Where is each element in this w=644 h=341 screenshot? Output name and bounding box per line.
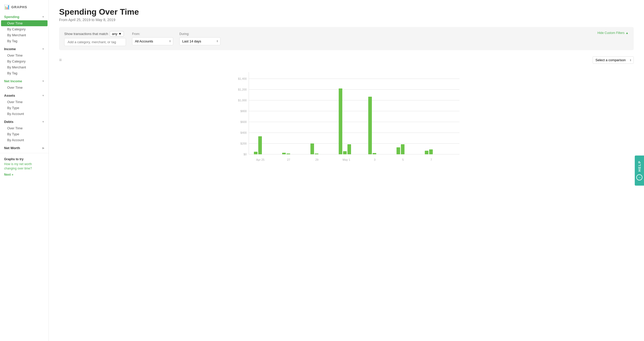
sidebar-item-debts-over-time[interactable]: Over Time — [0, 125, 49, 131]
sidebar-item-income-over-time[interactable]: Over Time — [0, 52, 49, 58]
match-type-value: any — [112, 32, 117, 36]
during-select[interactable]: Last 7 days Last 14 days Last 30 days La… — [179, 37, 220, 45]
chart-filter-icon[interactable]: ≡ — [59, 57, 62, 63]
sidebar-section-net-worth[interactable]: Net Worth ▶ — [0, 145, 49, 151]
svg-text:$1,200: $1,200 — [238, 88, 247, 91]
logo-text: GRAPHS — [11, 5, 27, 9]
comparison-select[interactable]: Select a comparison Previous period Prev… — [593, 56, 634, 64]
from-select-wrapper: All Accounts Checking Savings Credit Car… — [132, 37, 173, 45]
hide-filters-label: Hide Custom Filters — [597, 31, 624, 35]
hide-filters-button[interactable]: Hide Custom Filters ▲ — [597, 31, 629, 35]
svg-text:Apr 25: Apr 25 — [256, 158, 264, 161]
bar — [397, 147, 400, 154]
sidebar-item-spending-by-merchant[interactable]: By Merchant — [0, 32, 49, 38]
during-filter-section: During: Last 7 days Last 14 days Last 30… — [179, 32, 220, 45]
bar — [425, 151, 428, 154]
sidebar-item-assets-over-time[interactable]: Over Time — [0, 99, 49, 105]
match-filter-section: Show transactions that match any ▼ — [64, 31, 126, 46]
sidebar-section-net-income[interactable]: Net Income ▼ — [0, 78, 49, 85]
svg-text:7: 7 — [430, 158, 432, 161]
bar — [429, 149, 433, 154]
logo-icon: 📊 — [4, 4, 10, 10]
svg-text:May 1: May 1 — [343, 158, 350, 161]
chevron-down-icon: ▼ — [42, 120, 44, 123]
sidebar-item-spending-over-time[interactable]: Over Time — [1, 20, 48, 26]
sidebar-section-income[interactable]: Income ▼ — [0, 46, 49, 52]
bar — [343, 151, 347, 154]
sidebar-item-debts-by-type[interactable]: By Type — [0, 131, 49, 137]
svg-text:3: 3 — [374, 158, 375, 161]
graphs-to-try-section: Graphs to try How is my net worth changi… — [0, 155, 49, 179]
svg-text:$800: $800 — [241, 110, 247, 113]
page-subtitle: From April 25, 2019 to May 8, 2019 — [59, 18, 634, 22]
help-arrow-icon: → — [636, 174, 642, 180]
next-button[interactable]: Next » — [4, 173, 13, 176]
sidebar-item-spending-by-category[interactable]: By Category — [0, 26, 49, 32]
bar — [282, 153, 286, 154]
graphs-to-try-label: Graphs to try — [4, 157, 44, 161]
chevron-down-icon: ▼ — [42, 94, 44, 97]
bar — [347, 144, 351, 154]
bar — [401, 144, 404, 154]
bar — [310, 143, 314, 154]
svg-text:$600: $600 — [241, 120, 247, 123]
svg-text:$400: $400 — [241, 131, 247, 134]
app-logo: 📊 GRAPHS — [0, 3, 49, 13]
svg-text:29: 29 — [315, 158, 318, 161]
bar-chart-svg: $0 $200 $400 $600 $800 $1,000 $1,200 $1,… — [59, 67, 634, 170]
chevron-up-icon: ▲ — [625, 31, 629, 35]
bar — [373, 153, 376, 154]
chart-toolbar: ≡ Select a comparison Previous period Pr… — [59, 56, 634, 64]
category-merchant-tag-input[interactable] — [64, 38, 126, 46]
sidebar-section-debts[interactable]: Debts ▼ — [0, 118, 49, 125]
svg-text:$0: $0 — [244, 153, 247, 156]
sidebar-item-income-by-tag[interactable]: By Tag — [0, 70, 49, 76]
bar — [315, 154, 318, 154]
chevron-right-icon: ▶ — [42, 147, 44, 149]
comparison-select-wrapper: Select a comparison Previous period Prev… — [593, 56, 634, 64]
page-title: Spending Over Time — [59, 7, 634, 17]
match-filter-row: Show transactions that match any ▼ — [64, 31, 126, 37]
svg-text:$1,000: $1,000 — [238, 99, 247, 102]
main-content: Spending Over Time From April 25, 2019 t… — [49, 0, 644, 341]
filter-bar: Show transactions that match any ▼ From:… — [59, 27, 634, 50]
help-label: HELP — [638, 161, 641, 172]
dropdown-icon: ▼ — [118, 32, 122, 36]
bar — [287, 154, 290, 154]
sidebar-item-income-by-merchant[interactable]: By Merchant — [0, 64, 49, 70]
sidebar-item-income-by-category[interactable]: By Category — [0, 58, 49, 64]
match-type-button[interactable]: any ▼ — [110, 31, 124, 37]
during-select-wrapper: Last 7 days Last 14 days Last 30 days La… — [179, 37, 220, 45]
sidebar-item-spending-by-tag[interactable]: By Tag — [0, 38, 49, 44]
svg-text:5: 5 — [402, 158, 404, 161]
help-panel[interactable]: HELP → — [635, 156, 644, 186]
svg-text:$1,400: $1,400 — [238, 77, 247, 80]
graphs-to-try-link[interactable]: How is my net worth changing over time? — [4, 162, 44, 171]
bar-chart-container: $0 $200 $400 $600 $800 $1,000 $1,200 $1,… — [59, 67, 634, 171]
sidebar-section-spending[interactable]: Spending ▼ — [0, 13, 49, 20]
svg-text:27: 27 — [287, 158, 290, 161]
svg-text:$200: $200 — [241, 142, 247, 145]
bar — [258, 136, 262, 154]
from-account-select[interactable]: All Accounts Checking Savings Credit Car… — [132, 37, 173, 45]
sidebar-divider — [0, 153, 49, 153]
sidebar-item-assets-by-account[interactable]: By Account — [0, 111, 49, 117]
sidebar-section-assets[interactable]: Assets ▼ — [0, 92, 49, 99]
bar — [368, 97, 372, 154]
sidebar-item-net-income-over-time[interactable]: Over Time — [0, 85, 49, 91]
chevron-down-icon: ▼ — [42, 15, 44, 18]
from-filter-section: From: All Accounts Checking Savings Cred… — [132, 32, 173, 45]
sidebar-item-assets-by-type[interactable]: By Type — [0, 105, 49, 111]
chart-area: ≡ Select a comparison Previous period Pr… — [59, 56, 634, 171]
chevron-down-icon: ▼ — [42, 80, 44, 83]
sidebar: 📊 GRAPHS Spending ▼ Over Time By Categor… — [0, 0, 49, 341]
show-transactions-label: Show transactions that match — [64, 32, 108, 36]
bar — [339, 88, 342, 154]
during-label: During: — [179, 32, 220, 36]
bar — [254, 152, 257, 154]
sidebar-item-debts-by-account[interactable]: By Account — [0, 137, 49, 143]
from-label: From: — [132, 32, 173, 36]
chevron-down-icon: ▼ — [42, 48, 44, 50]
